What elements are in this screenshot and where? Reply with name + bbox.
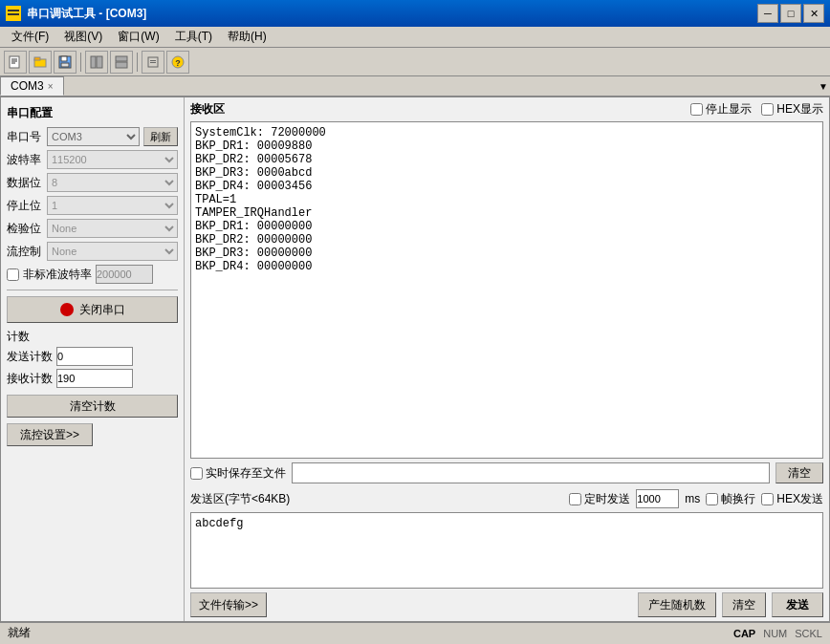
port-label: 串口号 [7,129,47,145]
menu-help[interactable]: 帮助(H) [220,27,274,47]
receive-header: 接收区 停止显示 HEX显示 [190,101,823,118]
hex-send-label[interactable]: HEX发送 [761,491,823,507]
flow-settings-button[interactable]: 流控设置>> [7,423,93,446]
clear-receive-button[interactable]: 清空 [775,462,823,483]
hex-display-label[interactable]: HEX显示 [761,101,823,118]
svg-rect-15 [116,62,127,68]
receive-title: 接收区 [190,101,225,118]
timed-send-checkbox[interactable] [569,493,581,505]
svg-rect-18 [150,62,156,63]
stopbits-select[interactable]: 1 [47,196,178,215]
databits-select[interactable]: 8 [47,173,178,192]
nonstd-label: 非标准波特率 [23,267,92,283]
baud-label: 波特率 [7,152,47,168]
toolbar: ? [0,48,830,76]
main-content: 串口配置 串口号 COM3 刷新 波特率 115200 数据位 8 停止位 1 [0,97,830,622]
refresh-button[interactable]: 刷新 [143,127,178,146]
parity-select[interactable]: None [47,219,178,238]
svg-rect-3 [10,56,19,68]
toolbar-settings[interactable] [142,51,164,74]
send-textarea[interactable]: abcdefg [190,512,823,589]
baud-select[interactable]: 115200 [47,150,178,169]
timed-interval-input[interactable] [636,489,679,508]
count-section: 计数 发送计数 0 接收计数 190 清空计数 [7,329,178,418]
random-button[interactable]: 产生随机数 [638,592,716,617]
status-bar: 就绪 CAP NUM SCKL [0,622,830,643]
menu-window[interactable]: 窗口(W) [110,27,166,47]
receive-footer: 实时保存至文件 清空 [190,462,823,483]
send-count-label: 发送计数 [7,349,56,365]
frame-newline-checkbox[interactable] [706,493,718,505]
parity-label: 检验位 [7,221,47,237]
svg-rect-11 [61,63,69,67]
databits-row: 数据位 8 [7,173,178,192]
realtime-save-checkbox[interactable] [190,467,203,480]
hex-send-checkbox[interactable] [761,493,774,505]
clear-send-button[interactable]: 清空 [722,592,766,617]
send-count-row: 发送计数 0 [7,347,178,366]
nonstd-row: 非标准波特率 200000 [7,265,178,284]
nonstd-value[interactable]: 200000 [96,265,153,284]
open-port-label: 关闭串口 [79,302,125,318]
toolbar-new[interactable] [4,51,27,74]
tab-com3[interactable]: COM3 × [0,76,64,96]
file-transfer-button[interactable]: 文件传输>> [190,592,267,617]
recv-count-input[interactable]: 190 [56,369,133,388]
stopbits-label: 停止位 [7,198,47,214]
ms-label: ms [685,492,700,505]
close-button[interactable]: ✕ [803,4,824,23]
flow-select[interactable]: None [47,242,178,261]
open-port-button[interactable]: 关闭串口 [7,296,178,323]
toolbar-help[interactable]: ? [166,51,189,74]
tab-label: COM3 [11,79,44,93]
app-icon [6,6,21,21]
tab-close-icon[interactable]: × [48,81,54,92]
status-cap: CAP [733,628,755,639]
receive-textarea[interactable]: SystemClk: 72000000 BKP_DR1: 00009880 BK… [190,121,823,459]
menu-view[interactable]: 视图(V) [56,27,110,47]
count-title: 计数 [7,329,178,345]
baud-row: 波特率 115200 [7,150,178,169]
stop-display-label[interactable]: 停止显示 [690,101,752,118]
svg-rect-10 [61,56,67,61]
stop-display-checkbox[interactable] [690,103,703,116]
toolbar-separator-2 [137,53,138,72]
svg-rect-8 [34,57,40,60]
toolbar-save[interactable] [54,51,76,74]
parity-row: 检验位 None [7,219,178,238]
toolbar-layout1[interactable] [85,51,108,74]
send-title: 发送区(字节<64KB) [190,491,290,507]
databits-label: 数据位 [7,175,47,191]
nonstd-checkbox[interactable] [7,268,19,281]
status-text: 就绪 [8,625,733,641]
svg-rect-14 [116,56,127,61]
realtime-save-label[interactable]: 实时保存至文件 [190,465,286,482]
flow-row: 流控制 None [7,242,178,261]
save-path-input[interactable] [292,462,770,483]
timed-send-label[interactable]: 定时发送 [569,491,630,507]
svg-rect-12 [91,56,96,68]
maximize-button[interactable]: □ [780,4,801,23]
send-button[interactable]: 发送 [772,592,823,617]
receive-options: 停止显示 HEX显示 [690,101,823,118]
send-count-input[interactable]: 0 [56,347,133,366]
svg-rect-2 [8,13,19,15]
minimize-button[interactable]: ─ [757,4,778,23]
tab-scroll-arrow[interactable]: ▼ [819,81,828,92]
hex-display-checkbox[interactable] [761,103,774,116]
title-bar: 串口调试工具 - [COM3] ─ □ ✕ [0,0,830,27]
serial-config-title: 串口配置 [7,105,178,121]
menu-tools[interactable]: 工具(T) [167,27,220,47]
status-num: NUM [763,628,787,639]
toolbar-open[interactable] [29,51,52,74]
left-panel: 串口配置 串口号 COM3 刷新 波特率 115200 数据位 8 停止位 1 [1,97,185,621]
toolbar-layout2[interactable] [110,51,133,74]
send-header: 发送区(字节<64KB) 定时发送 ms 帧换行 HEX发送 [190,489,823,508]
recv-count-row: 接收计数 190 [7,369,178,388]
right-panel: 接收区 停止显示 HEX显示 SystemClk: 72000000 BKP_D… [185,97,829,621]
frame-newline-label[interactable]: 帧换行 [706,491,755,507]
menu-file[interactable]: 文件(F) [4,27,56,47]
port-select[interactable]: COM3 [47,127,140,146]
clear-count-button[interactable]: 清空计数 [7,395,178,418]
svg-text:?: ? [175,58,181,68]
